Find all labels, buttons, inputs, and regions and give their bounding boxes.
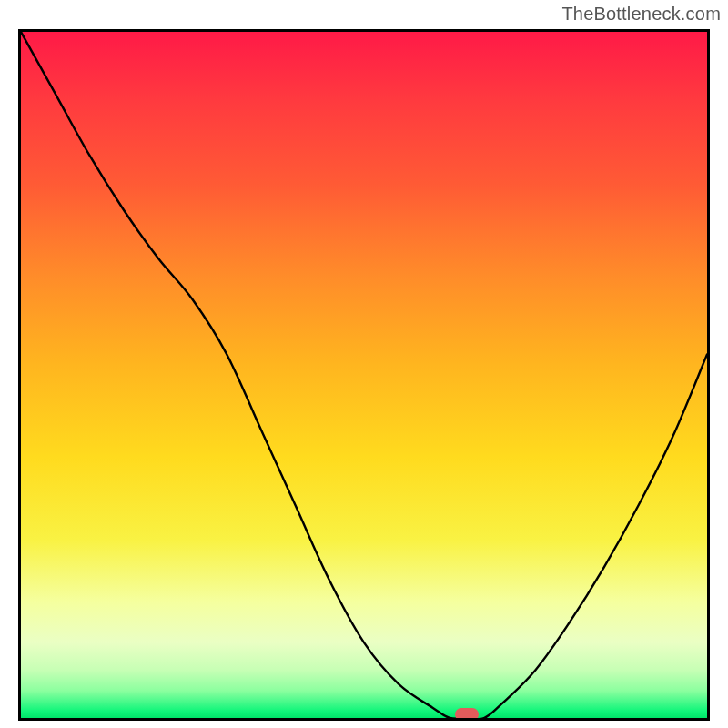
chart-stage: TheBottleneck.com <box>0 0 728 728</box>
watermark-text: TheBottleneck.com <box>561 4 721 25</box>
plot-frame <box>18 29 710 721</box>
bottleneck-curve <box>21 32 707 718</box>
curve-path <box>21 32 707 718</box>
minimum-marker <box>455 708 479 721</box>
